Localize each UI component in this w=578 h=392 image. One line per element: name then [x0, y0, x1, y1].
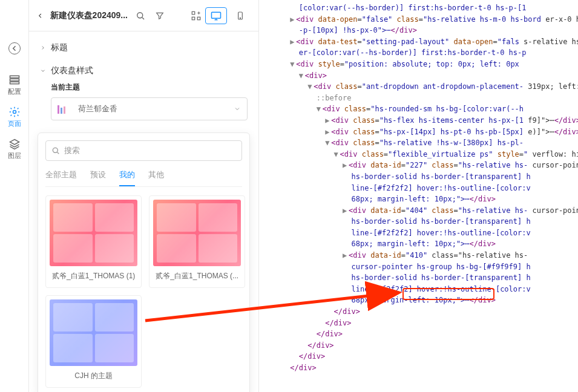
sections: 标题 仪表盘样式 当前主题 荷兰郁金香 搜索 全部主题预 — [29, 31, 258, 392]
dom-line[interactable]: ▶<div class="hs-px-[14px] hs-pt-0 hs-pb-… — [264, 126, 578, 138]
svg-rect-7 — [197, 17, 200, 20]
current-theme-label: 当前主题 — [51, 82, 248, 93]
section-style-label: 仪表盘样式 — [51, 65, 93, 76]
dom-line[interactable]: </div> — [264, 328, 578, 340]
svg-point-3 — [13, 111, 16, 114]
dom-line[interactable]: line-[#f2f2f2] hover:!hs-outline-[color:… — [264, 227, 578, 239]
dom-line[interactable]: ▼<div class="hs-relative !hs-w-[380px] h… — [264, 137, 578, 149]
left-rail: 配置 页面 图层 — [0, 0, 29, 392]
dom-line[interactable]: </div> — [264, 340, 578, 351]
dom-line[interactable]: ▶<div class="hs-flex hs-items-center hs-… — [264, 115, 578, 126]
search-input[interactable]: 搜索 — [45, 140, 242, 161]
devtools-panel[interactable]: [color:var(--hs-border)] first:hs-border… — [259, 0, 578, 392]
dom-line[interactable]: 68px; margin-left: 10px;">⋯</div> — [264, 238, 578, 250]
filter-icon[interactable] — [153, 9, 166, 22]
dom-line[interactable]: ▶<div data-test="setting-pad-layout" dat… — [264, 36, 578, 48]
theme-tabs: 全部主题预设我的其他 — [45, 169, 242, 187]
layer-icon — [8, 138, 21, 150]
theme-card[interactable]: 贰爷_白蓝1_THOMAS (... — [149, 195, 245, 288]
config-icon — [8, 74, 21, 86]
device-desktop[interactable] — [205, 7, 227, 24]
svg-point-11 — [53, 148, 57, 152]
left-panel: 新建仪表盘202409... 标题 仪表盘样式 当前主题 — [29, 0, 259, 392]
dom-line[interactable]: ▶<div data-id="404" class="hs-relative h… — [264, 205, 578, 217]
caret-down-icon — [234, 105, 241, 113]
rail-config[interactable]: 配置 — [2, 74, 27, 96]
device-mobile[interactable] — [229, 7, 251, 24]
section-style[interactable]: 仪表盘样式 — [29, 59, 258, 82]
page-title: 新建仪表盘202409... — [50, 10, 128, 21]
rail-config-label: 配置 — [8, 87, 21, 96]
rail-page-label: 页面 — [8, 119, 21, 128]
inspect-icon[interactable] — [134, 9, 147, 22]
search-icon — [51, 146, 61, 155]
svg-point-10 — [240, 18, 240, 18]
rail-page[interactable]: 页面 — [2, 106, 27, 128]
chevron-down-icon — [40, 68, 46, 74]
dom-line[interactable]: </div> — [264, 351, 578, 362]
highlight-box — [402, 288, 494, 300]
dom-line[interactable]: ▼<div style="position: absolute; top: 0p… — [264, 59, 578, 70]
theme-swatch-icon — [57, 104, 72, 114]
tab-我的[interactable]: 我的 — [119, 169, 135, 186]
search-placeholder: 搜索 — [64, 145, 80, 156]
section-title-label: 标题 — [51, 42, 68, 53]
dom-line[interactable]: </div> — [264, 362, 578, 374]
dom-line[interactable]: 68px; margin-left: 10px;">⋯</div> — [264, 194, 578, 205]
dom-line[interactable]: ▼<div class="ant-dropdown ant-dropdown-p… — [264, 81, 578, 93]
dom-line[interactable]: ▶<div data-id="410" class="hs-relative h… — [264, 250, 578, 261]
svg-rect-8 — [212, 12, 221, 18]
theme-card[interactable]: CJH 的主题 — [45, 295, 142, 388]
theme-selected-name: 荷兰郁金香 — [78, 103, 117, 114]
tab-全部主题[interactable]: 全部主题 — [45, 169, 77, 186]
dom-line[interactable]: line-[#f2f2f2] hover:!hs-outline-[color:… — [264, 183, 578, 194]
dom-line[interactable]: ::before — [264, 93, 578, 104]
add-component-icon[interactable] — [189, 9, 203, 22]
dom-line[interactable]: er-[color:var(--hs-border)] first:hs-bor… — [264, 47, 578, 59]
dom-line[interactable]: ▶<div data-id="227" class="hs-relative h… — [264, 160, 578, 171]
dom-line[interactable]: -p-[10px] !hs-px-0">⋯</div> — [264, 25, 578, 36]
dom-line[interactable]: cursor-pointer hs-group hs-bg-[#f9f9f9] … — [264, 261, 578, 273]
dom-line[interactable]: </div> — [264, 306, 578, 318]
svg-rect-0 — [10, 76, 19, 77]
svg-point-4 — [137, 12, 143, 18]
theme-select[interactable]: 荷兰郁金香 — [51, 97, 248, 120]
dom-line[interactable]: [color:var(--hs-border)] first:hs-border… — [264, 2, 578, 14]
dom-line[interactable]: hs-border-solid hs-border-[transparent] … — [264, 216, 578, 227]
back-circle-icon[interactable] — [8, 42, 21, 54]
svg-rect-2 — [10, 82, 19, 83]
dom-line[interactable]: </div> — [264, 318, 578, 329]
panel-header: 新建仪表盘202409... — [29, 0, 258, 31]
chevron-right-icon — [40, 45, 46, 51]
svg-rect-6 — [192, 17, 195, 20]
tab-预设[interactable]: 预设 — [90, 169, 106, 186]
dom-line[interactable]: ▼<div> — [264, 70, 578, 82]
dom-line[interactable]: hs-border-solid hs-border-[transparent] … — [264, 171, 578, 183]
tab-其他[interactable]: 其他 — [148, 169, 164, 186]
chevron-left-icon[interactable] — [36, 11, 44, 21]
theme-card[interactable]: 贰爷_白蓝1_THOMAS (1) — [45, 195, 142, 288]
svg-rect-5 — [192, 11, 195, 15]
rail-layer[interactable]: 图层 — [2, 138, 27, 160]
page-icon — [8, 106, 21, 118]
theme-cards: 贰爷_白蓝1_THOMAS (1)贰爷_白蓝1_THOMAS (...CJH 的… — [45, 195, 242, 388]
dom-line[interactable]: ▼<div class="flexible_virtualize ps" sty… — [264, 149, 578, 160]
theme-card-label: CJH 的主题 — [50, 366, 137, 384]
theme-card-label: 贰爷_白蓝1_THOMAS (1) — [50, 266, 137, 284]
dom-line[interactable]: ▼<div class="hs-rounded-sm hs-bg-[color:… — [264, 103, 578, 115]
dom-line[interactable]: ▶<div data-open="false" class="hs-relati… — [264, 14, 578, 25]
style-body: 当前主题 荷兰郁金香 — [29, 82, 258, 129]
svg-rect-1 — [10, 79, 19, 80]
theme-card-label: 贰爷_白蓝1_THOMAS (... — [153, 266, 241, 284]
section-title[interactable]: 标题 — [29, 36, 258, 59]
rail-layer-label: 图层 — [8, 151, 21, 160]
theme-dropdown: 搜索 全部主题预设我的其他 贰爷_白蓝1_THOMAS (1)贰爷_白蓝1_TH… — [38, 132, 250, 392]
dom-line[interactable]: hs-border-solid hs-border-[transparent] … — [264, 272, 578, 284]
